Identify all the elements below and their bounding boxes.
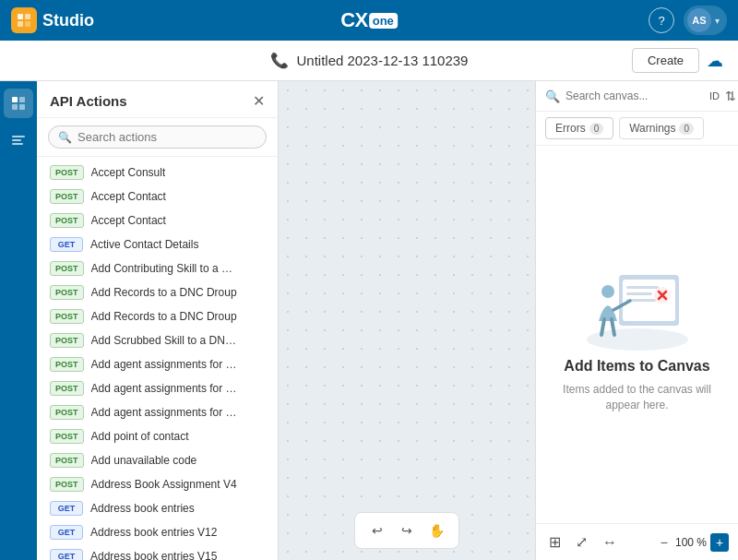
chevron-down-icon: ▾ (715, 16, 720, 26)
nav-right: ? AS ▾ (649, 6, 727, 35)
warnings-label: Warnings (629, 122, 675, 135)
method-badge: POST (50, 261, 84, 276)
create-button[interactable]: Create (632, 48, 699, 73)
list-item[interactable]: POSTAccept Contact (37, 185, 278, 209)
action-name: Add Records to a DNC Droup (91, 286, 237, 299)
method-badge: POST (50, 453, 84, 468)
action-name: Accept Contact (91, 190, 166, 203)
right-panel: 🔍 ID ⇅ Errors 0 Warnings 0 (535, 81, 738, 560)
rp-search-icon: 🔍 (545, 89, 560, 103)
action-name: Add agent assignments for s... (91, 406, 239, 419)
layout-button[interactable]: ⊞ (545, 531, 565, 553)
svg-rect-4 (12, 97, 18, 102)
errors-tab[interactable]: Errors 0 (545, 117, 613, 139)
redo-button[interactable]: ↪ (394, 518, 420, 543)
undo-button[interactable]: ↩ (364, 518, 390, 543)
method-badge: GET (50, 237, 83, 252)
svg-rect-9 (12, 139, 21, 141)
main-layout: API Actions ✕ 🔍 POSTAccept ConsultPOSTAc… (0, 81, 738, 560)
nav-left: Studio (11, 7, 94, 33)
warnings-tab[interactable]: Warnings 0 (619, 117, 704, 139)
list-item[interactable]: POSTAccept Contact (37, 209, 278, 232)
list-item[interactable]: POSTAdd agent assignments for s... (37, 400, 278, 424)
action-name: Active Contact Details (90, 238, 198, 251)
sub-header: 📞 Untitled 2023-12-13 110239 Create ☁ (0, 41, 738, 81)
action-name: Add Records to a DNC Droup (91, 310, 237, 323)
sidebar-icon-actions[interactable] (4, 89, 33, 118)
list-item[interactable]: POSTAdd agent assignments for s... (37, 352, 278, 376)
action-name: Add Contributing Skill to a D... (91, 262, 239, 275)
user-avatar: AS (687, 8, 711, 32)
method-badge: POST (50, 381, 84, 396)
svg-rect-2 (18, 21, 23, 27)
top-navigation: Studio CX one ? AS ▾ (0, 0, 738, 41)
search-box: 🔍 (37, 118, 278, 157)
list-item[interactable]: GETAddress book entries V12 (37, 520, 278, 544)
zoom-out-button[interactable]: − (657, 533, 672, 552)
svg-rect-7 (19, 104, 25, 110)
errors-badge: 0 (589, 123, 604, 135)
right-panel-search: 🔍 ID ⇅ (536, 81, 738, 112)
canvas-search-input[interactable] (565, 89, 704, 102)
action-name: Add agent assignments for s... (91, 382, 239, 395)
expand-button[interactable]: ⤢ (572, 531, 591, 553)
user-menu[interactable]: AS ▾ (684, 6, 727, 35)
actions-list: POSTAccept ConsultPOSTAccept ContactPOST… (37, 157, 278, 560)
list-item[interactable]: POSTAdd point of contact (37, 424, 278, 448)
svg-point-20 (601, 285, 614, 298)
svg-rect-5 (19, 97, 25, 102)
doc-title-area: 📞 Untitled 2023-12-13 110239 (270, 52, 468, 69)
logo-icon (11, 7, 37, 33)
canvas-empty-state: Add Items to Canvas Items added to the c… (536, 146, 738, 523)
list-item[interactable]: POSTAccept Consult (37, 161, 278, 185)
sidebar-icon-second[interactable] (4, 125, 33, 155)
list-item[interactable]: POSTAdd Scrubbed Skill to a DNC... (37, 328, 278, 352)
list-item[interactable]: POSTAdd Records to a DNC Droup (37, 280, 278, 304)
empty-illustration (573, 256, 702, 358)
id-button[interactable]: ID (709, 90, 720, 101)
rbt-right: − 100 % + (657, 533, 729, 552)
list-item[interactable]: GETActive Contact Details (37, 232, 278, 256)
close-panel-button[interactable]: ✕ (253, 92, 265, 110)
svg-rect-1 (25, 14, 30, 19)
list-item[interactable]: POSTAddress Book Assignment V4 (37, 472, 278, 496)
method-badge: POST (50, 165, 84, 180)
rbt-left: ⊞ ⤢ ↔ (545, 531, 621, 553)
svg-rect-0 (18, 14, 23, 19)
canvas-empty-title: Add Items to Canvas (564, 358, 709, 375)
search-input[interactable] (77, 130, 256, 144)
list-item[interactable]: GETAddress book entries (37, 496, 278, 520)
canvas-empty-subtitle: Items added to the canvas will appear he… (554, 382, 720, 413)
warnings-badge: 0 (679, 123, 694, 135)
svg-rect-8 (12, 136, 25, 137)
canvas-main[interactable] (279, 81, 535, 560)
method-badge: POST (50, 405, 84, 420)
svg-rect-3 (25, 21, 30, 27)
list-item[interactable]: POSTAdd Contributing Skill to a D... (37, 256, 278, 280)
search-input-wrap[interactable]: 🔍 (48, 125, 267, 149)
phone-icon: 📞 (270, 52, 289, 69)
action-name: Address Book Assignment V4 (91, 478, 237, 491)
canvas-toolbar: ↩ ↪ ✋ (354, 512, 459, 549)
action-name: Address book entries V15 (90, 550, 217, 560)
list-item[interactable]: GETAddress book entries V15 (37, 544, 278, 560)
api-actions-panel: API Actions ✕ 🔍 POSTAccept ConsultPOSTAc… (37, 81, 279, 560)
right-panel-tabs: Errors 0 Warnings 0 (536, 112, 738, 146)
zoom-in-button[interactable]: + (710, 533, 729, 552)
fit-button[interactable]: ↔ (599, 531, 621, 553)
action-name: Add Scrubbed Skill to a DNC... (91, 334, 239, 347)
svg-rect-15 (626, 292, 652, 295)
canvas-area: ↩ ↪ ✋ (279, 81, 535, 560)
list-item[interactable]: POSTAdd agent assignments for s... (37, 376, 278, 400)
sub-header-actions: Create ☁ (632, 48, 723, 73)
action-name: Add point of contact (91, 430, 189, 443)
method-badge: POST (50, 189, 84, 204)
list-item[interactable]: POSTAdd Records to a DNC Droup (37, 304, 278, 328)
list-item[interactable]: POSTAdd unavailable code (37, 448, 278, 472)
method-badge: GET (50, 501, 83, 516)
sort-button[interactable]: ⇅ (725, 89, 736, 103)
help-button[interactable]: ? (649, 7, 674, 33)
search-icon: 🔍 (58, 131, 72, 144)
action-name: Address book entries V12 (90, 526, 217, 539)
hand-tool-button[interactable]: ✋ (423, 518, 449, 543)
